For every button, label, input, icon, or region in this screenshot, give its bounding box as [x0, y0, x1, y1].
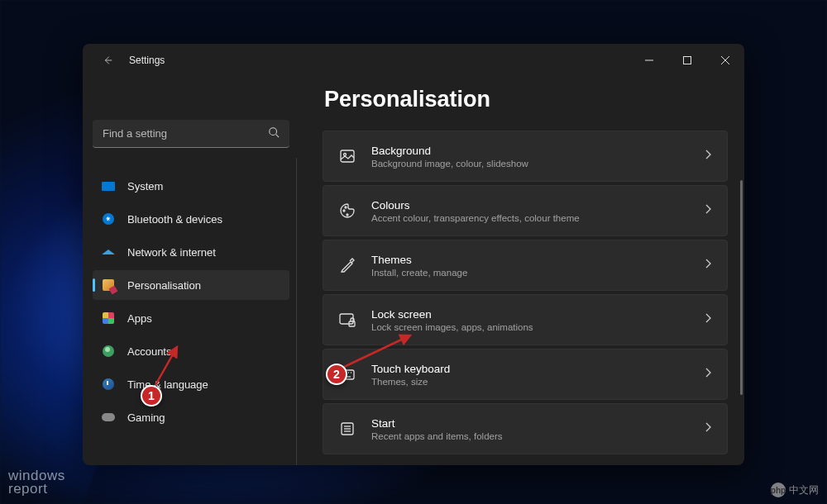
nav-label: System [127, 180, 163, 193]
watermark-windowsreport: windowsreport [8, 469, 65, 496]
card-title: Background [371, 145, 689, 157]
start-icon [338, 420, 356, 438]
card-title: Themes [371, 254, 689, 266]
chevron-right-icon [704, 258, 712, 273]
sidebar-divider [296, 158, 297, 465]
nav-label: Gaming [127, 411, 165, 424]
content-pane: Personalisation BackgroundBackground ima… [299, 77, 744, 465]
wifi-icon [101, 245, 116, 259]
window-title: Settings [129, 55, 165, 66]
back-button[interactable] [96, 49, 119, 72]
card-title: Touch keyboard [371, 363, 689, 375]
card-desc: Themes, size [371, 377, 689, 387]
arrow-left-icon [102, 55, 113, 66]
apps-icon [101, 311, 116, 326]
nav-personalisation[interactable]: Personalisation [93, 270, 289, 300]
nav-label: Time & language [127, 378, 208, 391]
nav-label: Apps [127, 312, 152, 325]
chevron-right-icon [704, 312, 712, 327]
card-colours[interactable]: ColoursAccent colour, transparency effec… [323, 185, 728, 236]
nav-network[interactable]: Network & internet [93, 237, 289, 267]
themes-icon [338, 256, 356, 274]
nav-system[interactable]: System [93, 171, 289, 201]
nav-label: Accounts [127, 345, 171, 358]
card-desc: Install, create, manage [371, 268, 689, 278]
page-heading: Personalisation [324, 87, 728, 112]
svg-point-4 [270, 127, 277, 135]
watermark-php: php中文网 [771, 483, 819, 497]
chevron-right-icon [704, 367, 712, 382]
search-box[interactable] [93, 120, 289, 148]
card-lock-screen[interactable]: Lock screenLock screen images, apps, ani… [323, 294, 728, 345]
svg-point-10 [347, 214, 348, 216]
search-icon [268, 126, 280, 141]
card-themes[interactable]: ThemesInstall, create, manage [323, 240, 728, 291]
chevron-right-icon [704, 421, 712, 436]
background-icon [338, 147, 356, 165]
search-input[interactable] [103, 127, 268, 140]
card-title: Lock screen [371, 308, 689, 321]
colours-icon [338, 202, 356, 220]
card-desc: Background image, colour, slideshow [371, 159, 689, 169]
settings-window: Settings System ⁕Bluetooth & devices Net… [83, 44, 744, 465]
close-button[interactable] [706, 47, 744, 74]
svg-point-7 [344, 154, 347, 156]
svg-line-5 [276, 134, 280, 137]
time-icon [101, 377, 116, 392]
card-desc: Accent colour, transparency effects, col… [371, 213, 689, 223]
nav-label: Bluetooth & devices [127, 213, 222, 226]
chevron-right-icon [704, 203, 712, 218]
card-start[interactable]: StartRecent apps and items, folders [323, 403, 728, 454]
nav-time[interactable]: Time & language [93, 369, 289, 399]
window-controls [630, 47, 744, 74]
nav-label: Personalisation [127, 279, 201, 292]
chevron-right-icon [704, 149, 712, 164]
minimize-icon [645, 56, 653, 64]
nav-bluetooth[interactable]: ⁕Bluetooth & devices [93, 204, 289, 234]
svg-point-8 [343, 210, 345, 212]
gaming-icon [101, 410, 116, 425]
scrollbar[interactable] [740, 180, 743, 395]
card-background[interactable]: BackgroundBackground image, colour, slid… [323, 131, 728, 182]
bluetooth-icon: ⁕ [101, 212, 116, 226]
nav-label: Network & internet [127, 246, 216, 259]
system-icon [101, 178, 116, 193]
maximize-icon [683, 56, 691, 64]
annotation-step-2: 2 [326, 364, 347, 385]
minimize-button[interactable] [630, 47, 668, 74]
accounts-icon [101, 344, 116, 359]
annotation-step-1: 1 [141, 385, 162, 407]
nav-accounts[interactable]: Accounts [93, 336, 289, 366]
svg-point-9 [345, 207, 347, 208]
svg-rect-1 [684, 57, 691, 64]
maximize-button[interactable] [668, 47, 706, 74]
titlebar: Settings [83, 44, 744, 77]
card-desc: Lock screen images, apps, animations [371, 322, 689, 332]
card-touch-keyboard[interactable]: Touch keyboardThemes, size [323, 349, 728, 400]
card-title: Colours [371, 199, 689, 212]
nav-apps[interactable]: Apps [93, 303, 289, 333]
card-title: Start [371, 417, 689, 430]
card-desc: Recent apps and items, folders [371, 431, 689, 441]
personalisation-icon [101, 278, 116, 292]
close-icon [721, 56, 729, 64]
nav-gaming[interactable]: Gaming [93, 402, 289, 432]
lock-screen-icon [338, 311, 356, 329]
sidebar: System ⁕Bluetooth & devices Network & in… [83, 77, 299, 465]
